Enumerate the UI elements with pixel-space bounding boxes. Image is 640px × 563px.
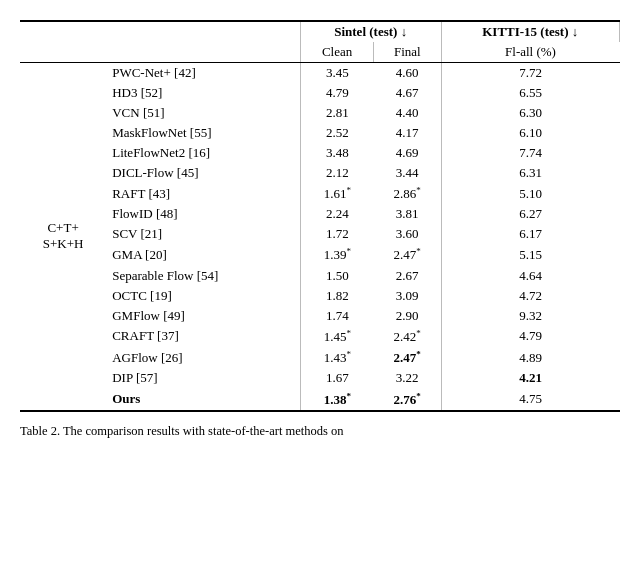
method-cell: MaskFlowNet [55] (106, 123, 300, 143)
final-cell: 4.67 (374, 83, 441, 103)
method-cell: CRAFT [37] (106, 326, 300, 347)
method-cell: RAFT [43] (106, 183, 300, 204)
fl-all-cell: 4.21 (441, 368, 620, 388)
table-row: Separable Flow [54]1.502.674.64 (20, 266, 620, 286)
fl-all-cell: 7.74 (441, 143, 620, 163)
table-body: C+T+S+K+HPWC-Net+ [42]3.454.607.72HD3 [5… (20, 63, 620, 411)
final-cell: 4.40 (374, 103, 441, 123)
method-cell: DICL-Flow [45] (106, 163, 300, 183)
fl-all-cell: 5.10 (441, 183, 620, 204)
comparison-table: Sintel (test) ↓ KITTI-15 (test) ↓ Clean … (20, 20, 620, 412)
method-cell: LiteFlowNet2 [16] (106, 143, 300, 163)
fl-all-subheader: Fl-all (%) (441, 42, 620, 63)
top-header-row: Sintel (test) ↓ KITTI-15 (test) ↓ (20, 21, 620, 42)
fl-all-cell: 6.27 (441, 204, 620, 224)
table-row: HD3 [52]4.794.676.55 (20, 83, 620, 103)
table-row: VCN [51]2.814.406.30 (20, 103, 620, 123)
method-cell: GMFlow [49] (106, 306, 300, 326)
clean-cell: 2.12 (300, 163, 373, 183)
fl-all-cell: 5.15 (441, 244, 620, 265)
fl-all-cell: 4.64 (441, 266, 620, 286)
table-container: Sintel (test) ↓ KITTI-15 (test) ↓ Clean … (20, 20, 620, 440)
final-cell: 4.69 (374, 143, 441, 163)
table-row: GMFlow [49]1.742.909.32 (20, 306, 620, 326)
final-cell: 2.90 (374, 306, 441, 326)
method-cell: VCN [51] (106, 103, 300, 123)
clean-cell: 1.45* (300, 326, 373, 347)
table-row: LiteFlowNet2 [16]3.484.697.74 (20, 143, 620, 163)
method-cell: PWC-Net+ [42] (106, 63, 300, 84)
table-row: AGFlow [26]1.43*2.47*4.89 (20, 347, 620, 368)
training-cell: C+T+S+K+H (20, 63, 106, 411)
clean-cell: 1.72 (300, 224, 373, 244)
clean-cell: 2.81 (300, 103, 373, 123)
clean-cell: 3.48 (300, 143, 373, 163)
clean-cell: 1.61* (300, 183, 373, 204)
clean-cell: 1.67 (300, 368, 373, 388)
clean-cell: 1.82 (300, 286, 373, 306)
final-cell: 2.47* (374, 244, 441, 265)
fl-all-cell: 6.17 (441, 224, 620, 244)
final-cell: 2.76* (374, 388, 441, 410)
final-cell: 3.60 (374, 224, 441, 244)
table-row: CRAFT [37]1.45*2.42*4.79 (20, 326, 620, 347)
method-cell: OCTC [19] (106, 286, 300, 306)
final-cell: 2.42* (374, 326, 441, 347)
table-row: RAFT [43]1.61*2.86*5.10 (20, 183, 620, 204)
clean-cell: 1.39* (300, 244, 373, 265)
fl-all-cell: 6.31 (441, 163, 620, 183)
final-cell: 4.17 (374, 123, 441, 143)
clean-cell: 1.43* (300, 347, 373, 368)
final-cell: 4.60 (374, 63, 441, 84)
clean-subheader: Clean (300, 42, 373, 63)
training-header (20, 21, 106, 63)
method-cell: Separable Flow [54] (106, 266, 300, 286)
clean-cell: 2.24 (300, 204, 373, 224)
clean-cell: 1.50 (300, 266, 373, 286)
final-cell: 2.47* (374, 347, 441, 368)
method-cell: Ours (106, 388, 300, 410)
method-cell: DIP [57] (106, 368, 300, 388)
final-cell: 3.81 (374, 204, 441, 224)
fl-all-cell: 4.75 (441, 388, 620, 410)
table-row: SCV [21]1.723.606.17 (20, 224, 620, 244)
method-cell: GMA [20] (106, 244, 300, 265)
table-row: DIP [57]1.673.224.21 (20, 368, 620, 388)
final-cell: 3.09 (374, 286, 441, 306)
sintel-header: Sintel (test) ↓ (300, 21, 441, 42)
kitti-header: KITTI-15 (test) ↓ (441, 21, 620, 42)
final-subheader: Final (374, 42, 441, 63)
clean-cell: 2.52 (300, 123, 373, 143)
clean-cell: 3.45 (300, 63, 373, 84)
fl-all-cell: 4.89 (441, 347, 620, 368)
table-row: MaskFlowNet [55]2.524.176.10 (20, 123, 620, 143)
fl-all-cell: 4.79 (441, 326, 620, 347)
final-cell: 3.22 (374, 368, 441, 388)
fl-all-cell: 4.72 (441, 286, 620, 306)
table-row: FlowID [48]2.243.816.27 (20, 204, 620, 224)
fl-all-cell: 6.55 (441, 83, 620, 103)
fl-all-cell: 9.32 (441, 306, 620, 326)
table-caption: Table 2. The comparison results with sta… (20, 422, 620, 441)
fl-all-cell: 7.72 (441, 63, 620, 84)
fl-all-cell: 6.10 (441, 123, 620, 143)
method-cell: SCV [21] (106, 224, 300, 244)
table-row: Ours1.38*2.76*4.75 (20, 388, 620, 410)
method-cell: FlowID [48] (106, 204, 300, 224)
clean-cell: 4.79 (300, 83, 373, 103)
final-cell: 2.86* (374, 183, 441, 204)
method-cell: AGFlow [26] (106, 347, 300, 368)
table-row: OCTC [19]1.823.094.72 (20, 286, 620, 306)
final-cell: 3.44 (374, 163, 441, 183)
fl-all-cell: 6.30 (441, 103, 620, 123)
clean-cell: 1.74 (300, 306, 373, 326)
table-row: DICL-Flow [45]2.123.446.31 (20, 163, 620, 183)
table-row: C+T+S+K+HPWC-Net+ [42]3.454.607.72 (20, 63, 620, 84)
table-row: GMA [20]1.39*2.47*5.15 (20, 244, 620, 265)
clean-cell: 1.38* (300, 388, 373, 410)
method-cell: HD3 [52] (106, 83, 300, 103)
final-cell: 2.67 (374, 266, 441, 286)
method-header (106, 21, 300, 63)
